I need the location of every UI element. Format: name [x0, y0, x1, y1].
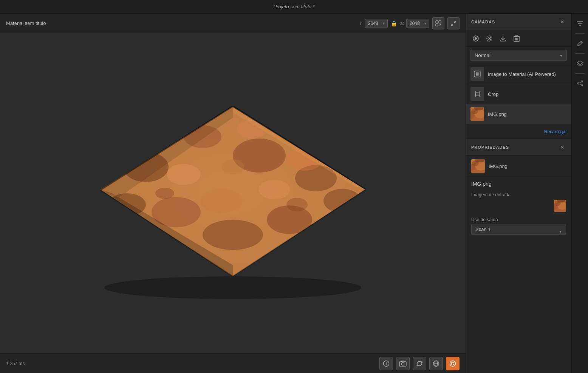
lock-icon: 🔒	[391, 20, 397, 26]
height-label: a:	[400, 21, 404, 26]
refresh-button[interactable]	[413, 357, 426, 370]
svg-point-61	[477, 73, 478, 75]
svg-point-26	[286, 198, 308, 211]
properties-header: PROPRIEDADES ✕	[466, 139, 571, 156]
svg-point-24	[221, 159, 244, 174]
blend-mode-select[interactable]: Normal Multiply Screen Overlay	[470, 50, 567, 61]
camera-button[interactable]	[396, 357, 410, 370]
recarregar-row: Recarregar	[466, 124, 571, 139]
layers-btn[interactable]	[573, 57, 587, 70]
svg-point-25	[155, 188, 174, 199]
svg-point-23	[258, 180, 290, 199]
svg-line-70	[580, 42, 582, 43]
img-layer-name: IMG.png	[488, 111, 567, 117]
material-preview-button[interactable]	[446, 357, 460, 370]
svg-marker-71	[577, 61, 583, 65]
title-bar: Projeto sem titulo *	[0, 0, 588, 14]
svg-point-22	[201, 189, 242, 213]
far-right-divider-1	[576, 33, 585, 34]
render-settings-button[interactable]	[432, 17, 444, 29]
width-select-wrapper[interactable]: 256 512 1024 2048 4096	[365, 19, 388, 28]
svg-rect-60	[474, 71, 480, 77]
crop-layer-icon	[470, 87, 484, 101]
globe-button[interactable]	[429, 357, 443, 370]
filter-button[interactable]	[573, 17, 587, 30]
layers-close-button[interactable]: ✕	[559, 18, 566, 26]
canvas-area[interactable]	[0, 33, 466, 353]
width-label: l:	[360, 21, 362, 26]
blend-mode-row: Normal Multiply Screen Overlay	[466, 47, 571, 64]
height-select[interactable]: 256 512 1024 2048 4096	[406, 19, 429, 28]
svg-point-19	[167, 164, 201, 185]
material-name: Material sem titulo	[6, 20, 357, 26]
properties-thumb	[471, 159, 485, 173]
svg-point-74	[581, 85, 583, 86]
svg-point-18	[323, 189, 361, 213]
mesh-viewport	[70, 61, 395, 325]
viewport-bottom: 1.257 ms	[0, 353, 466, 373]
info-button[interactable]	[379, 357, 393, 370]
uso-saida-select[interactable]: Scan 1 Scan 2 Color Normal	[471, 224, 566, 235]
properties-section: PROPRIEDADES ✕ IMG.png IMG.png Imagem de…	[466, 139, 571, 373]
svg-line-75	[579, 82, 581, 83]
layer-item-img[interactable]: IMG.png	[466, 104, 571, 124]
svg-point-49	[475, 37, 477, 40]
recarregar-link[interactable]: Recarregar	[544, 129, 567, 134]
expand-button[interactable]	[447, 17, 460, 29]
imagem-entrada-value-row	[466, 197, 571, 214]
layer-export-button[interactable]	[498, 33, 508, 44]
svg-rect-0	[436, 21, 438, 23]
far-right-toolbar	[571, 14, 588, 373]
ai-layer-icon	[470, 67, 484, 81]
properties-item-row: IMG.png	[466, 156, 571, 177]
ai-layer-name: Image to Material (AI Powered)	[488, 71, 567, 77]
main-layout: Material sem titulo l: 256 512 1024 2048…	[0, 14, 588, 373]
bottom-toolbar	[379, 357, 460, 370]
properties-close-button[interactable]: ✕	[559, 143, 566, 151]
layer-rings-button[interactable]	[484, 33, 495, 44]
timing-label: 1.257 ms	[6, 361, 25, 366]
far-right-divider-3	[576, 73, 585, 74]
pencil-button[interactable]	[573, 37, 587, 50]
svg-rect-53	[500, 40, 506, 41]
viewport-toolbar: Material sem titulo l: 256 512 1024 2048…	[0, 14, 466, 33]
blend-select-wrapper[interactable]: Normal Multiply Screen Overlay	[470, 50, 567, 61]
svg-point-47	[452, 362, 454, 365]
mesh-container	[0, 33, 466, 353]
width-control: l: 256 512 1024 2048 4096	[360, 19, 388, 28]
layers-section: CAMADAS ✕	[466, 14, 571, 139]
imagem-entrada-label: Imagem de entrada	[466, 191, 571, 197]
uso-saida-label: Uso de saída	[466, 214, 571, 224]
svg-point-52	[489, 38, 490, 39]
svg-point-8	[104, 276, 361, 299]
img-thumb-canvas	[470, 107, 484, 121]
properties-prop-title: IMG.png	[466, 177, 571, 191]
svg-point-15	[203, 220, 263, 250]
svg-rect-66	[475, 92, 479, 96]
app-title: Projeto sem titulo *	[273, 4, 314, 9]
layer-item-crop[interactable]: Crop	[466, 84, 571, 104]
layer-delete-button[interactable]	[511, 33, 522, 44]
svg-rect-59	[515, 35, 518, 37]
layer-circle-button[interactable]	[470, 33, 481, 44]
imagem-thumb-canvas	[554, 200, 566, 212]
layers-header: CAMADAS ✕	[466, 14, 571, 30]
uso-saida-wrapper[interactable]: Scan 1 Scan 2 Color Normal	[466, 224, 571, 239]
svg-rect-2	[436, 24, 438, 26]
imagem-entrada-thumb	[554, 200, 566, 212]
svg-point-72	[577, 83, 579, 84]
height-control: a: 256 512 1024 2048 4096	[400, 19, 429, 28]
layers-toolbar	[466, 30, 571, 47]
svg-line-76	[579, 84, 581, 85]
right-panel: CAMADAS ✕	[466, 14, 571, 373]
img-layer-thumb	[470, 107, 484, 121]
height-select-wrapper[interactable]: 256 512 1024 2048 4096	[406, 19, 429, 28]
properties-title: PROPRIEDADES	[471, 145, 559, 150]
svg-point-45	[450, 361, 456, 366]
svg-rect-1	[439, 21, 441, 23]
layer-item-ai[interactable]: Image to Material (AI Powered)	[466, 64, 571, 84]
far-right-divider-2	[576, 53, 585, 54]
width-select[interactable]: 256 512 1024 2048 4096	[365, 19, 388, 28]
svg-point-16	[267, 205, 312, 234]
share-button[interactable]	[573, 77, 587, 90]
